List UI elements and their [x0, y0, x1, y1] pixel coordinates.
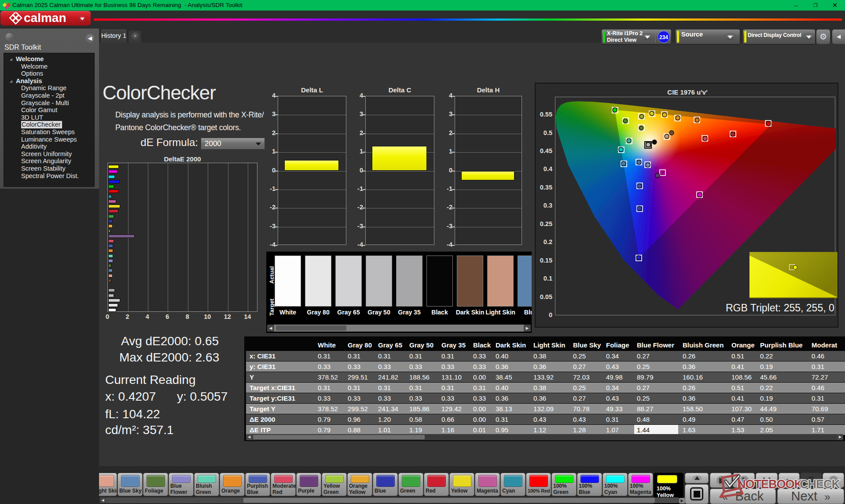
svg-text:CHECK: CHECK — [800, 478, 841, 491]
svg-text:NOTEBOOK: NOTEBOOK — [737, 478, 803, 491]
